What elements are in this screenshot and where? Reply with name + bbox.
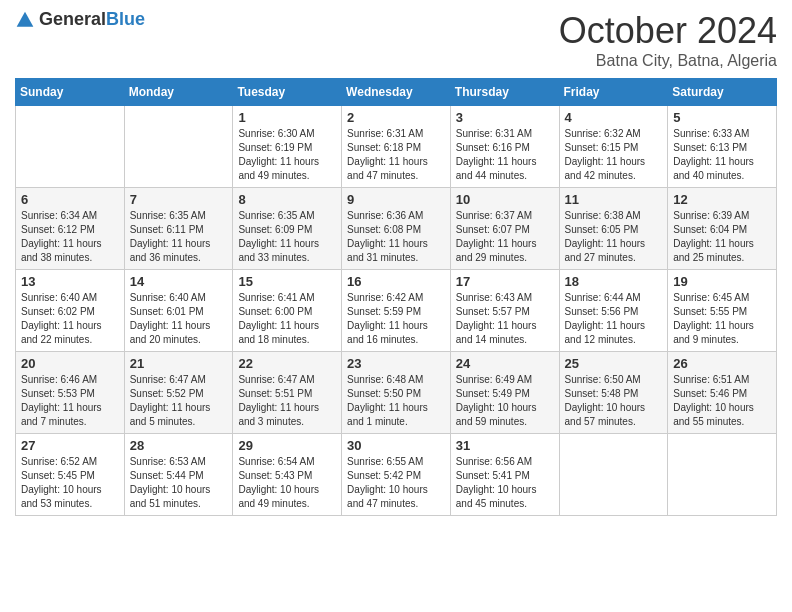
day-number: 24 (456, 356, 554, 371)
logo-text-general: General (39, 9, 106, 29)
calendar-cell: 21Sunrise: 6:47 AM Sunset: 5:52 PM Dayli… (124, 352, 233, 434)
day-number: 22 (238, 356, 336, 371)
calendar-cell: 30Sunrise: 6:55 AM Sunset: 5:42 PM Dayli… (342, 434, 451, 516)
day-number: 14 (130, 274, 228, 289)
calendar-cell: 15Sunrise: 6:41 AM Sunset: 6:00 PM Dayli… (233, 270, 342, 352)
day-number: 9 (347, 192, 445, 207)
day-info: Sunrise: 6:31 AM Sunset: 6:18 PM Dayligh… (347, 127, 445, 183)
day-info: Sunrise: 6:35 AM Sunset: 6:09 PM Dayligh… (238, 209, 336, 265)
weekday-header: Monday (124, 79, 233, 106)
day-info: Sunrise: 6:36 AM Sunset: 6:08 PM Dayligh… (347, 209, 445, 265)
calendar-cell: 8Sunrise: 6:35 AM Sunset: 6:09 PM Daylig… (233, 188, 342, 270)
day-number: 25 (565, 356, 663, 371)
svg-marker-0 (17, 12, 34, 27)
calendar-cell: 1Sunrise: 6:30 AM Sunset: 6:19 PM Daylig… (233, 106, 342, 188)
day-number: 30 (347, 438, 445, 453)
calendar-cell: 7Sunrise: 6:35 AM Sunset: 6:11 PM Daylig… (124, 188, 233, 270)
calendar-cell: 29Sunrise: 6:54 AM Sunset: 5:43 PM Dayli… (233, 434, 342, 516)
day-info: Sunrise: 6:55 AM Sunset: 5:42 PM Dayligh… (347, 455, 445, 511)
calendar-cell: 17Sunrise: 6:43 AM Sunset: 5:57 PM Dayli… (450, 270, 559, 352)
calendar-cell: 16Sunrise: 6:42 AM Sunset: 5:59 PM Dayli… (342, 270, 451, 352)
calendar-cell: 24Sunrise: 6:49 AM Sunset: 5:49 PM Dayli… (450, 352, 559, 434)
logo: GeneralBlue (15, 10, 145, 30)
weekday-header: Thursday (450, 79, 559, 106)
calendar-cell: 12Sunrise: 6:39 AM Sunset: 6:04 PM Dayli… (668, 188, 777, 270)
day-info: Sunrise: 6:48 AM Sunset: 5:50 PM Dayligh… (347, 373, 445, 429)
calendar-week-row: 1Sunrise: 6:30 AM Sunset: 6:19 PM Daylig… (16, 106, 777, 188)
day-info: Sunrise: 6:54 AM Sunset: 5:43 PM Dayligh… (238, 455, 336, 511)
day-info: Sunrise: 6:45 AM Sunset: 5:55 PM Dayligh… (673, 291, 771, 347)
day-info: Sunrise: 6:40 AM Sunset: 6:02 PM Dayligh… (21, 291, 119, 347)
day-info: Sunrise: 6:47 AM Sunset: 5:52 PM Dayligh… (130, 373, 228, 429)
day-number: 19 (673, 274, 771, 289)
day-number: 23 (347, 356, 445, 371)
calendar-cell: 2Sunrise: 6:31 AM Sunset: 6:18 PM Daylig… (342, 106, 451, 188)
day-number: 29 (238, 438, 336, 453)
day-number: 2 (347, 110, 445, 125)
day-number: 28 (130, 438, 228, 453)
day-number: 16 (347, 274, 445, 289)
month-title: October 2024 (559, 10, 777, 52)
day-number: 26 (673, 356, 771, 371)
logo-text-blue: Blue (106, 9, 145, 29)
day-info: Sunrise: 6:38 AM Sunset: 6:05 PM Dayligh… (565, 209, 663, 265)
day-info: Sunrise: 6:37 AM Sunset: 6:07 PM Dayligh… (456, 209, 554, 265)
day-number: 1 (238, 110, 336, 125)
day-info: Sunrise: 6:30 AM Sunset: 6:19 PM Dayligh… (238, 127, 336, 183)
weekday-header: Sunday (16, 79, 125, 106)
day-info: Sunrise: 6:33 AM Sunset: 6:13 PM Dayligh… (673, 127, 771, 183)
calendar-cell: 5Sunrise: 6:33 AM Sunset: 6:13 PM Daylig… (668, 106, 777, 188)
day-number: 13 (21, 274, 119, 289)
day-info: Sunrise: 6:49 AM Sunset: 5:49 PM Dayligh… (456, 373, 554, 429)
calendar-cell (16, 106, 125, 188)
day-info: Sunrise: 6:42 AM Sunset: 5:59 PM Dayligh… (347, 291, 445, 347)
title-area: October 2024 Batna City, Batna, Algeria (559, 10, 777, 70)
calendar: SundayMondayTuesdayWednesdayThursdayFrid… (15, 78, 777, 516)
calendar-cell: 19Sunrise: 6:45 AM Sunset: 5:55 PM Dayli… (668, 270, 777, 352)
day-info: Sunrise: 6:40 AM Sunset: 6:01 PM Dayligh… (130, 291, 228, 347)
calendar-week-row: 13Sunrise: 6:40 AM Sunset: 6:02 PM Dayli… (16, 270, 777, 352)
day-number: 20 (21, 356, 119, 371)
day-info: Sunrise: 6:51 AM Sunset: 5:46 PM Dayligh… (673, 373, 771, 429)
day-number: 3 (456, 110, 554, 125)
day-info: Sunrise: 6:53 AM Sunset: 5:44 PM Dayligh… (130, 455, 228, 511)
calendar-cell: 13Sunrise: 6:40 AM Sunset: 6:02 PM Dayli… (16, 270, 125, 352)
calendar-cell: 4Sunrise: 6:32 AM Sunset: 6:15 PM Daylig… (559, 106, 668, 188)
day-number: 31 (456, 438, 554, 453)
calendar-cell: 31Sunrise: 6:56 AM Sunset: 5:41 PM Dayli… (450, 434, 559, 516)
calendar-week-row: 6Sunrise: 6:34 AM Sunset: 6:12 PM Daylig… (16, 188, 777, 270)
day-info: Sunrise: 6:52 AM Sunset: 5:45 PM Dayligh… (21, 455, 119, 511)
day-number: 7 (130, 192, 228, 207)
weekday-header: Saturday (668, 79, 777, 106)
day-info: Sunrise: 6:39 AM Sunset: 6:04 PM Dayligh… (673, 209, 771, 265)
calendar-cell: 26Sunrise: 6:51 AM Sunset: 5:46 PM Dayli… (668, 352, 777, 434)
day-info: Sunrise: 6:47 AM Sunset: 5:51 PM Dayligh… (238, 373, 336, 429)
day-number: 18 (565, 274, 663, 289)
day-info: Sunrise: 6:43 AM Sunset: 5:57 PM Dayligh… (456, 291, 554, 347)
calendar-header-row: SundayMondayTuesdayWednesdayThursdayFrid… (16, 79, 777, 106)
calendar-cell: 11Sunrise: 6:38 AM Sunset: 6:05 PM Dayli… (559, 188, 668, 270)
day-info: Sunrise: 6:35 AM Sunset: 6:11 PM Dayligh… (130, 209, 228, 265)
calendar-week-row: 27Sunrise: 6:52 AM Sunset: 5:45 PM Dayli… (16, 434, 777, 516)
calendar-cell: 22Sunrise: 6:47 AM Sunset: 5:51 PM Dayli… (233, 352, 342, 434)
day-info: Sunrise: 6:56 AM Sunset: 5:41 PM Dayligh… (456, 455, 554, 511)
day-info: Sunrise: 6:34 AM Sunset: 6:12 PM Dayligh… (21, 209, 119, 265)
day-info: Sunrise: 6:50 AM Sunset: 5:48 PM Dayligh… (565, 373, 663, 429)
calendar-cell: 10Sunrise: 6:37 AM Sunset: 6:07 PM Dayli… (450, 188, 559, 270)
calendar-cell: 18Sunrise: 6:44 AM Sunset: 5:56 PM Dayli… (559, 270, 668, 352)
day-number: 15 (238, 274, 336, 289)
weekday-header: Wednesday (342, 79, 451, 106)
day-number: 17 (456, 274, 554, 289)
calendar-cell (668, 434, 777, 516)
calendar-cell: 14Sunrise: 6:40 AM Sunset: 6:01 PM Dayli… (124, 270, 233, 352)
day-number: 10 (456, 192, 554, 207)
day-number: 4 (565, 110, 663, 125)
calendar-cell: 3Sunrise: 6:31 AM Sunset: 6:16 PM Daylig… (450, 106, 559, 188)
calendar-cell: 9Sunrise: 6:36 AM Sunset: 6:08 PM Daylig… (342, 188, 451, 270)
day-info: Sunrise: 6:46 AM Sunset: 5:53 PM Dayligh… (21, 373, 119, 429)
calendar-cell (559, 434, 668, 516)
calendar-cell: 6Sunrise: 6:34 AM Sunset: 6:12 PM Daylig… (16, 188, 125, 270)
calendar-cell: 23Sunrise: 6:48 AM Sunset: 5:50 PM Dayli… (342, 352, 451, 434)
day-number: 5 (673, 110, 771, 125)
day-number: 8 (238, 192, 336, 207)
